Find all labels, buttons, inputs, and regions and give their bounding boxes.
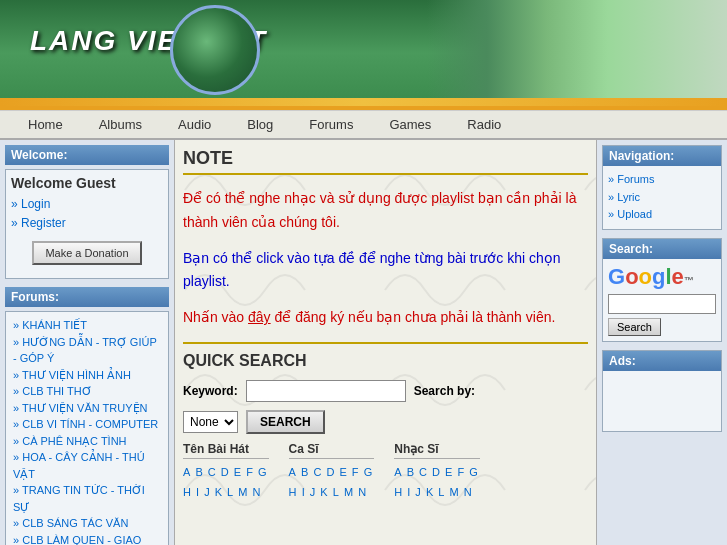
header: LANG VIET.NET bbox=[0, 0, 727, 110]
forum-link-4[interactable]: CLB THI THƠ bbox=[11, 383, 163, 400]
alpha-c2[interactable]: C bbox=[313, 466, 321, 478]
search-box-content: Google™ Search bbox=[603, 259, 721, 341]
login-link[interactable]: Login bbox=[11, 195, 163, 214]
keyword-label: Keyword: bbox=[183, 384, 238, 398]
header-scenery bbox=[427, 0, 727, 110]
alpha-f1[interactable]: F bbox=[246, 466, 253, 478]
alpha-k3[interactable]: K bbox=[426, 486, 433, 498]
forums-title: Forums: bbox=[5, 287, 169, 307]
nav-upload-link[interactable]: Upload bbox=[608, 206, 716, 224]
nav-forums-link[interactable]: Forums bbox=[608, 171, 716, 189]
welcome-box: Welcome Guest Login Register Make a Dona… bbox=[5, 169, 169, 279]
register-here-link[interactable]: đây bbox=[248, 309, 271, 325]
alpha-n2[interactable]: N bbox=[358, 486, 366, 498]
header-orange-bar bbox=[0, 98, 727, 106]
left-sidebar: Welcome: Welcome Guest Login Register Ma… bbox=[0, 140, 175, 545]
nav-blog[interactable]: Blog bbox=[229, 112, 291, 137]
google-logo: Google™ bbox=[608, 264, 716, 290]
alpha-f3[interactable]: F bbox=[457, 466, 464, 478]
col-2-row2: H I J K L M N bbox=[289, 483, 375, 503]
forum-link-3[interactable]: THƯ VIỆN HÌNH ẢNH bbox=[11, 367, 163, 384]
alpha-k1[interactable]: K bbox=[215, 486, 222, 498]
nav-home[interactable]: Home bbox=[10, 112, 81, 137]
google-search-input[interactable] bbox=[608, 294, 716, 314]
alpha-k2[interactable]: K bbox=[320, 486, 327, 498]
col-title-3: Nhạc Sĩ bbox=[394, 442, 480, 459]
note-line-2: Bạn có thể click vào tựa đề để nghe từng… bbox=[183, 247, 588, 295]
alpha-b3[interactable]: B bbox=[407, 466, 414, 478]
alpha-a3[interactable]: A bbox=[394, 466, 401, 478]
forum-link-8[interactable]: HOA - CÂY CẢNH - THÚ VẬT bbox=[11, 449, 163, 482]
alpha-l2[interactable]: L bbox=[333, 486, 339, 498]
nav-audio[interactable]: Audio bbox=[160, 112, 229, 137]
alpha-i3[interactable]: I bbox=[407, 486, 410, 498]
alpha-n3[interactable]: N bbox=[464, 486, 472, 498]
keyword-input[interactable] bbox=[246, 380, 406, 402]
forum-link-7[interactable]: CÀ PHÊ NHẠC TÌNH bbox=[11, 433, 163, 450]
alpha-e2[interactable]: E bbox=[339, 466, 346, 478]
alpha-e3[interactable]: E bbox=[445, 466, 452, 478]
alpha-a2[interactable]: A bbox=[289, 466, 296, 478]
col-title-1: Tên Bài Hát bbox=[183, 442, 269, 459]
google-search-button[interactable]: Search bbox=[608, 318, 661, 336]
forum-link-5[interactable]: THƯ VIỆN VĂN TRUYỆN bbox=[11, 400, 163, 417]
alpha-m3[interactable]: M bbox=[450, 486, 459, 498]
search-col-tenbahat: Tên Bài Hát A B C D E F G H I J K bbox=[183, 442, 269, 503]
forum-link-9[interactable]: TRANG TIN TỨC - THỜI SỰ bbox=[11, 482, 163, 515]
alpha-b1[interactable]: B bbox=[195, 466, 202, 478]
alpha-f2[interactable]: F bbox=[352, 466, 359, 478]
forum-link-1[interactable]: KHÁNH TIẾT bbox=[11, 317, 163, 334]
nav-lyric-link[interactable]: Lyric bbox=[608, 189, 716, 207]
nav-games[interactable]: Games bbox=[371, 112, 449, 137]
forum-link-6[interactable]: CLB VI TÍNH - COMPUTER bbox=[11, 416, 163, 433]
col-1-row2: H I J K L M N bbox=[183, 483, 269, 503]
search-dropdown[interactable]: None bbox=[183, 411, 238, 433]
forums-box: KHÁNH TIẾT HƯỚNG DẪN - TRỢ GIÚP - GÓP Ý … bbox=[5, 311, 169, 545]
alpha-h2[interactable]: H bbox=[289, 486, 297, 498]
alpha-c1[interactable]: C bbox=[208, 466, 216, 478]
alpha-i2[interactable]: I bbox=[302, 486, 305, 498]
col-title-2: Ca Sĩ bbox=[289, 442, 375, 459]
search-by-label: Search by: bbox=[414, 384, 475, 398]
alpha-d1[interactable]: D bbox=[221, 466, 229, 478]
alpha-d2[interactable]: D bbox=[326, 466, 334, 478]
alpha-g3[interactable]: G bbox=[469, 466, 478, 478]
alpha-h1[interactable]: H bbox=[183, 486, 191, 498]
alpha-m2[interactable]: M bbox=[344, 486, 353, 498]
alpha-n1[interactable]: N bbox=[253, 486, 261, 498]
alpha-g1[interactable]: G bbox=[258, 466, 267, 478]
alpha-j3[interactable]: J bbox=[415, 486, 421, 498]
quick-search-section: QUICK SEARCH Keyword: Search by: None SE… bbox=[183, 342, 588, 503]
forum-link-10[interactable]: CLB SÁNG TÁC VĂN bbox=[11, 515, 163, 532]
nav-radio[interactable]: Radio bbox=[449, 112, 519, 137]
alpha-i1[interactable]: I bbox=[196, 486, 199, 498]
alpha-d3[interactable]: D bbox=[432, 466, 440, 478]
content-area: NOTE Để có thể nghe nhạc và sử dụng được… bbox=[175, 140, 597, 545]
alpha-j2[interactable]: J bbox=[310, 486, 316, 498]
alpha-g2[interactable]: G bbox=[364, 466, 373, 478]
alpha-j1[interactable]: J bbox=[204, 486, 210, 498]
welcome-title: Welcome: bbox=[5, 145, 169, 165]
alpha-l1[interactable]: L bbox=[227, 486, 233, 498]
donate-button[interactable]: Make a Donation bbox=[32, 241, 142, 265]
search-options-row: None SEARCH bbox=[183, 410, 588, 434]
alpha-b2[interactable]: B bbox=[301, 466, 308, 478]
ads-title: Ads: bbox=[603, 351, 721, 371]
alpha-l3[interactable]: L bbox=[438, 486, 444, 498]
search-row: Keyword: Search by: bbox=[183, 380, 588, 402]
alpha-c3[interactable]: C bbox=[419, 466, 427, 478]
search-button[interactable]: SEARCH bbox=[246, 410, 325, 434]
note-title: NOTE bbox=[183, 148, 588, 175]
forum-link-11[interactable]: CLB LÀM QUEN - GIAO bbox=[11, 532, 163, 545]
alpha-e1[interactable]: E bbox=[234, 466, 241, 478]
nav-albums[interactable]: Albums bbox=[81, 112, 160, 137]
nav-box: Navigation: Forums Lyric Upload bbox=[602, 145, 722, 230]
navbar: Home Albums Audio Blog Forums Games Radi… bbox=[0, 110, 727, 140]
alpha-h3[interactable]: H bbox=[394, 486, 402, 498]
register-link[interactable]: Register bbox=[11, 214, 163, 233]
alpha-a1[interactable]: A bbox=[183, 466, 190, 478]
forum-link-2[interactable]: HƯỚNG DẪN - TRỢ GIÚP - GÓP Ý bbox=[11, 334, 163, 367]
alpha-m1[interactable]: M bbox=[238, 486, 247, 498]
ads-content bbox=[603, 371, 721, 431]
nav-forums[interactable]: Forums bbox=[291, 112, 371, 137]
